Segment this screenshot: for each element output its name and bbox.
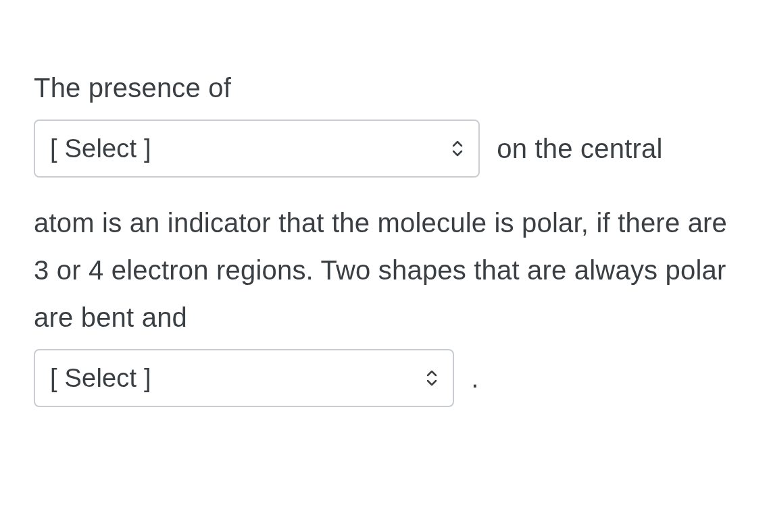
select-placeholder-2: [ Select ] — [50, 356, 151, 401]
text-segment-4: . — [471, 363, 478, 393]
text-segment-1: The presence of — [34, 64, 735, 111]
select-placeholder-1: [ Select ] — [50, 126, 151, 171]
chevron-up-down-icon — [450, 139, 465, 158]
text-segment-3: atom is an indicator that the molecule i… — [34, 199, 735, 341]
select-dropdown-1[interactable]: [ Select ] — [34, 119, 480, 178]
select-dropdown-2[interactable]: [ Select ] — [34, 349, 454, 407]
text-segment-2: on the central — [497, 134, 662, 163]
question-container: The presence of [ Select ] on the centra… — [34, 64, 735, 413]
chevron-up-down-icon — [424, 369, 439, 388]
